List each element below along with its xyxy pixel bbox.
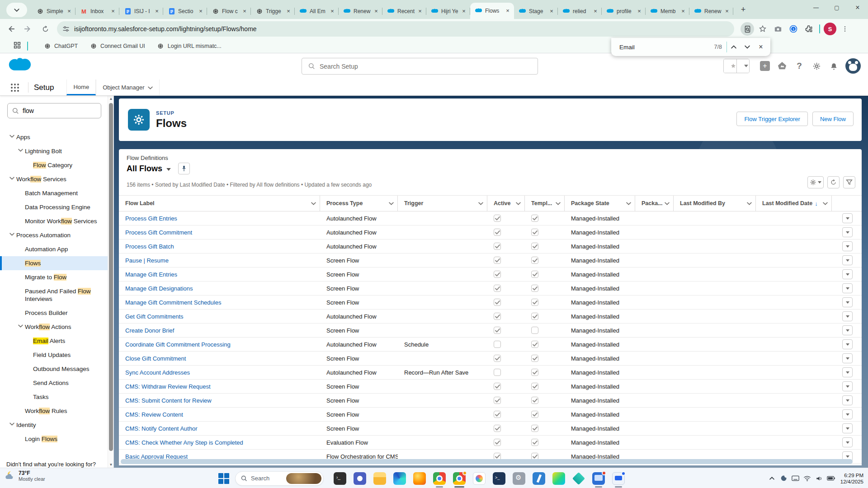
flow-link[interactable]: CMS: Notify Content Author: [119, 425, 320, 432]
tab-close-icon[interactable]: ×: [66, 8, 73, 15]
flow-link[interactable]: Get Gift Commitments: [119, 313, 320, 320]
minimize-button[interactable]: —: [806, 0, 826, 15]
browser-menu-kebab-icon[interactable]: [838, 22, 852, 36]
tab-close-icon[interactable]: ×: [241, 8, 248, 15]
browser-tab-isij-i[interactable]: ISIJ - I×: [119, 4, 163, 19]
active-checkbox[interactable]: [494, 243, 501, 250]
tab-close-icon[interactable]: ×: [285, 8, 292, 15]
tab-home[interactable]: Home: [66, 80, 96, 95]
browser-tab-renew[interactable]: Renew×: [339, 4, 382, 19]
sidebar-item-tasks[interactable]: Tasks: [0, 390, 108, 404]
sidebar-item-paused-and-failed-flow-interviews[interactable]: Paused And Failed Flow Interviews: [0, 284, 108, 306]
address-bar[interactable]: isijoftoronto.my.salesforce-setup.com/li…: [57, 21, 734, 37]
sidebar-item-flow-category[interactable]: Flow Category: [0, 158, 108, 172]
screenshot-camera-icon[interactable]: [771, 22, 785, 36]
browser-tab-all-em[interactable]: All Em×: [295, 4, 339, 19]
app-icon-clipchamp[interactable]: [350, 468, 370, 488]
chevron-down-icon[interactable]: [626, 200, 631, 206]
active-checkbox[interactable]: [494, 257, 501, 264]
app-icon-sketch[interactable]: [569, 468, 589, 488]
sidebar-item-process-builder[interactable]: Process Builder: [0, 306, 108, 320]
tab-close-icon[interactable]: ×: [416, 8, 424, 15]
browser-tab-recent[interactable]: Recent×: [382, 4, 426, 19]
bookmark-connect-gmail-ui[interactable]: Connect Gmail UI: [90, 42, 145, 50]
tab-close-icon[interactable]: ×: [636, 8, 643, 15]
browser-tab-hijri-ye[interactable]: Hijri Ye×: [426, 4, 470, 19]
column-header-active[interactable]: Active: [487, 196, 525, 211]
scroll-down-icon[interactable]: ▼: [108, 463, 114, 467]
chevron-down-icon[interactable]: [556, 200, 561, 206]
tab-search-button[interactable]: [6, 3, 27, 17]
row-action-button[interactable]: [842, 311, 853, 321]
list-settings-button[interactable]: [807, 176, 824, 188]
refresh-button[interactable]: [827, 176, 840, 188]
active-checkbox[interactable]: [494, 327, 501, 334]
wifi-icon[interactable]: [802, 472, 813, 485]
sidebar-item-apps[interactable]: Apps: [0, 130, 108, 144]
active-checkbox[interactable]: [494, 411, 501, 418]
tab-close-icon[interactable]: ×: [679, 8, 687, 15]
row-action-button[interactable]: [842, 283, 853, 293]
browser-tab-trigge[interactable]: Trigge×: [251, 4, 295, 19]
bookmark-star-icon[interactable]: [756, 22, 769, 36]
forward-button[interactable]: [22, 23, 34, 35]
sidebar-item-login-flows[interactable]: Login Flows: [0, 432, 108, 446]
active-checkbox[interactable]: [494, 369, 501, 376]
template-checkbox[interactable]: [531, 271, 538, 278]
active-checkbox[interactable]: [494, 439, 501, 446]
app-icon-pycharm[interactable]: [549, 468, 569, 488]
apps-grid-icon[interactable]: [14, 42, 21, 50]
template-checkbox[interactable]: [531, 215, 538, 222]
sidebar-item-automation-app[interactable]: Automation App: [0, 242, 108, 256]
flow-link[interactable]: Manage Gift Designations: [119, 285, 320, 292]
active-checkbox[interactable]: [494, 425, 501, 432]
template-checkbox[interactable]: [531, 355, 538, 362]
chevron-down-icon[interactable]: [478, 200, 483, 206]
column-header-flow-label[interactable]: Flow Label: [119, 196, 320, 211]
sidebar-item-identity[interactable]: Identity: [0, 418, 108, 432]
night-light-moon-icon[interactable]: [778, 472, 790, 485]
active-checkbox[interactable]: [494, 271, 501, 278]
sidebar-item-send-actions[interactable]: Send Actions: [0, 376, 108, 390]
active-checkbox[interactable]: [494, 397, 501, 404]
column-header-package-state[interactable]: Package State: [565, 196, 635, 211]
extensions-puzzle-icon[interactable]: [802, 22, 816, 36]
filter-button[interactable]: [843, 176, 855, 188]
app-icon-terminal[interactable]: [330, 468, 350, 488]
app-icon-chrome-profile[interactable]: [449, 468, 469, 488]
flow-link[interactable]: CMS: Review Content: [119, 411, 320, 418]
template-checkbox[interactable]: [531, 257, 538, 264]
chevron-down-icon[interactable]: [516, 200, 521, 206]
tab-close-icon[interactable]: ×: [723, 8, 731, 15]
sidebar-item-workflow-services[interactable]: Workflow Services: [0, 172, 108, 186]
sidebar-scroll-thumb[interactable]: [109, 103, 113, 451]
row-action-button[interactable]: [842, 437, 853, 447]
browser-tab-relied[interactable]: relied×: [558, 4, 602, 19]
flow-link[interactable]: Sync Account Addresses: [119, 369, 320, 376]
row-action-button[interactable]: [842, 241, 853, 251]
find-previous-button[interactable]: [727, 40, 741, 54]
app-icon-windows-terminal[interactable]: [489, 468, 509, 488]
app-launcher-waffle-icon[interactable]: [10, 83, 20, 93]
battery-icon[interactable]: [825, 472, 837, 485]
app-icon-photos[interactable]: [469, 468, 489, 488]
sidebar-item-workflow-rules[interactable]: Workflow Rules: [0, 404, 108, 418]
scroll-up-icon[interactable]: ▲: [108, 97, 114, 101]
template-checkbox[interactable]: [531, 285, 538, 292]
app-icon-remote-desktop[interactable]: [589, 468, 609, 488]
chevron-down-icon[interactable]: [665, 200, 670, 206]
column-header-last-modified-by[interactable]: Last Modified By: [674, 196, 756, 211]
browser-tab-flow-c[interactable]: Flow c×: [207, 4, 251, 19]
row-action-button[interactable]: [842, 269, 853, 279]
app-icon-file-explorer[interactable]: [370, 468, 390, 488]
find-query-input[interactable]: Email: [619, 44, 714, 51]
row-action-button[interactable]: [842, 423, 853, 433]
column-header-trigger[interactable]: Trigger: [398, 196, 487, 211]
tab-close-icon[interactable]: ×: [460, 8, 467, 15]
flow-link[interactable]: Close Gift Commitment: [119, 355, 320, 362]
template-checkbox[interactable]: [531, 369, 538, 376]
row-action-button[interactable]: [842, 297, 853, 307]
onepassword-icon[interactable]: 1: [787, 22, 800, 36]
browser-tab-simple[interactable]: Simple×: [32, 4, 75, 19]
trailhead-icon[interactable]: [775, 59, 789, 73]
